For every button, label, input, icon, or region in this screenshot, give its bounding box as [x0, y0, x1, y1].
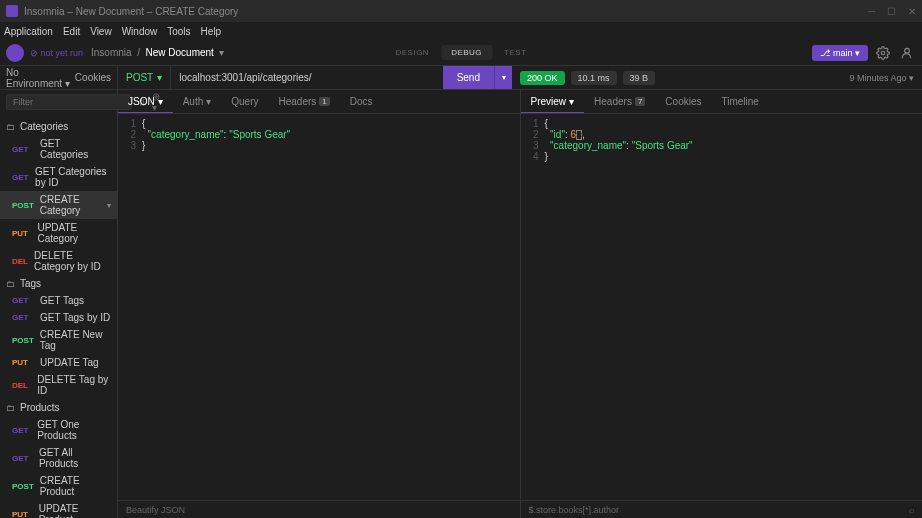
tab-test[interactable]: TEST	[494, 45, 536, 60]
request-label: CREATE Category	[40, 194, 111, 216]
method-badge: PUT	[12, 358, 34, 367]
response-body-viewer[interactable]: 1234 { "id": 6, "category_name": "Sports…	[521, 114, 923, 500]
tab-preview[interactable]: Preview ▾	[521, 90, 585, 113]
search-icon[interactable]: ⌕	[909, 505, 914, 515]
folder-icon: 🗀	[6, 403, 16, 413]
request-item[interactable]: PUTUPDATE Category	[0, 219, 117, 247]
menu-tools[interactable]: Tools	[167, 26, 190, 37]
menu-edit[interactable]: Edit	[63, 26, 80, 37]
request-label: CREATE Product	[40, 475, 111, 497]
request-label: GET All Products	[39, 447, 111, 469]
response-pane: Preview ▾ Headers 7 Cookies Timeline 123…	[521, 90, 923, 518]
request-item[interactable]: PUTUPDATE Product	[0, 500, 117, 518]
method-badge: GET	[12, 173, 29, 182]
send-dropdown[interactable]: ▾	[494, 66, 512, 89]
cookies-link[interactable]: Cookies	[75, 72, 111, 83]
method-badge: POST	[12, 482, 34, 491]
request-label: UPDATE Tag	[40, 357, 99, 368]
menu-application[interactable]: Application	[4, 26, 53, 37]
request-label: UPDATE Category	[37, 222, 111, 244]
breadcrumb-document[interactable]: New Document	[146, 47, 214, 58]
mode-tabs: DESIGN DEBUG TEST	[385, 45, 536, 60]
menubar: Application Edit View Window Tools Help	[0, 22, 922, 40]
request-label: GET Tags by ID	[40, 312, 110, 323]
workspace-icon[interactable]	[6, 44, 24, 62]
method-badge: PUT	[12, 510, 33, 519]
gear-icon[interactable]	[874, 44, 892, 62]
request-label: UPDATE Product	[39, 503, 111, 518]
method-badge: PUT	[12, 229, 31, 238]
tab-headers-resp[interactable]: Headers 7	[584, 90, 655, 113]
tab-auth[interactable]: Auth ▾	[173, 90, 222, 113]
method-badge: GET	[12, 426, 31, 435]
tab-json[interactable]: JSON ▾	[118, 90, 173, 113]
request-item[interactable]: DELDELETE Category by ID	[0, 247, 117, 275]
menu-help[interactable]: Help	[201, 26, 222, 37]
request-item[interactable]: GETGET Categories	[0, 135, 117, 163]
tab-debug[interactable]: DEBUG	[441, 45, 492, 60]
tab-docs[interactable]: Docs	[340, 90, 383, 113]
window-title: Insomnia – New Document – CREATE Categor…	[24, 6, 868, 17]
svg-point-1	[905, 48, 910, 53]
request-item[interactable]: GETGET All Products	[0, 444, 117, 472]
method-badge: POST	[12, 201, 34, 210]
sync-status[interactable]: ⊘ not yet run	[30, 48, 83, 58]
tab-headers-req[interactable]: Headers 1	[268, 90, 339, 113]
menu-view[interactable]: View	[90, 26, 112, 37]
branch-button[interactable]: ⎇ main ▾	[812, 45, 868, 61]
beautify-link[interactable]: Beautify JSON	[126, 505, 185, 515]
request-item[interactable]: GETGET Tags	[0, 292, 117, 309]
app-logo	[6, 5, 18, 17]
request-label: GET One Products	[37, 419, 111, 441]
history-selector[interactable]: 9 Minutes Ago ▾	[849, 73, 914, 83]
method-badge: GET	[12, 454, 33, 463]
tab-design[interactable]: DESIGN	[385, 45, 439, 60]
request-item[interactable]: POSTCREATE Category	[0, 191, 117, 219]
method-badge: GET	[12, 296, 34, 305]
filter-input[interactable]	[6, 94, 132, 110]
request-item[interactable]: GETGET One Products	[0, 416, 117, 444]
maximize-icon[interactable]: ☐	[887, 6, 896, 17]
folder-products[interactable]: 🗀Products	[0, 399, 117, 416]
breadcrumb-root[interactable]: Insomnia	[91, 47, 132, 58]
minimize-icon[interactable]: ─	[868, 6, 875, 17]
tab-timeline[interactable]: Timeline	[711, 90, 768, 113]
request-label: GET Categories	[40, 138, 111, 160]
request-item[interactable]: POSTCREATE Product	[0, 472, 117, 500]
method-badge: POST	[12, 336, 34, 345]
request-tree: 🗀CategoriesGETGET CategoriesGETGET Categ…	[0, 114, 117, 518]
folder-categories[interactable]: 🗀Categories	[0, 118, 117, 135]
tab-cookies[interactable]: Cookies	[655, 90, 711, 113]
titlebar: Insomnia – New Document – CREATE Categor…	[0, 0, 922, 22]
topbar: ⊘ not yet run Insomnia / New Document ▾ …	[0, 40, 922, 66]
send-button[interactable]: Send	[443, 66, 494, 89]
status-badge: 200 OK	[520, 71, 565, 85]
jsonpath-hint: $.store.books[*].author	[529, 505, 620, 515]
time-badge: 10.1 ms	[571, 71, 617, 85]
request-item[interactable]: DELDELETE Tag by ID	[0, 371, 117, 399]
tab-query[interactable]: Query	[221, 90, 268, 113]
request-item[interactable]: GETGET Categories by ID	[0, 163, 117, 191]
user-icon[interactable]	[898, 44, 916, 62]
request-pane: JSON ▾ Auth ▾ Query Headers 1 Docs 123 {…	[118, 90, 521, 518]
menu-window[interactable]: Window	[122, 26, 158, 37]
close-icon[interactable]: ✕	[908, 6, 916, 17]
environment-selector[interactable]: No Environment ▾	[6, 67, 75, 89]
url-input[interactable]	[171, 66, 442, 89]
request-item[interactable]: POSTCREATE New Tag	[0, 326, 117, 354]
request-item[interactable]: GETGET Tags by ID	[0, 309, 117, 326]
method-selector[interactable]: POST ▾	[118, 66, 171, 89]
request-label: GET Categories by ID	[35, 166, 111, 188]
breadcrumb: Insomnia / New Document ▾	[91, 47, 224, 58]
request-body-editor[interactable]: 123 { "category_name": "Sports Gear"}	[118, 114, 520, 500]
folder-icon: 🗀	[6, 279, 16, 289]
request-label: CREATE New Tag	[40, 329, 111, 351]
folder-tags[interactable]: 🗀Tags	[0, 275, 117, 292]
size-badge: 39 B	[623, 71, 656, 85]
request-item[interactable]: PUTUPDATE Tag	[0, 354, 117, 371]
request-label: DELETE Tag by ID	[37, 374, 111, 396]
method-badge: DEL	[12, 257, 28, 266]
request-label: DELETE Category by ID	[34, 250, 111, 272]
method-badge: GET	[12, 145, 34, 154]
folder-icon: 🗀	[6, 122, 16, 132]
